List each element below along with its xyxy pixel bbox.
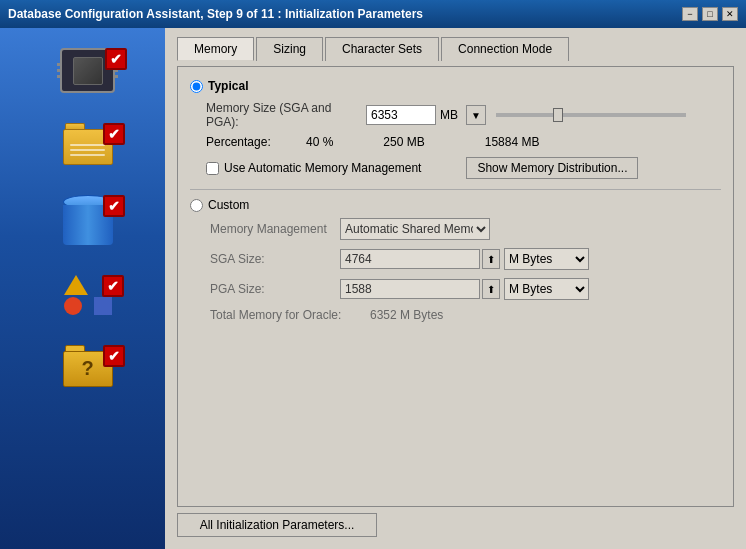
slider-track[interactable] xyxy=(496,113,686,117)
left-panel: ✔ ✔ xyxy=(0,28,165,549)
left-panel-icons: ✔ ✔ xyxy=(0,28,165,407)
sga-spinner[interactable]: ⬆ xyxy=(482,249,500,269)
total-memory-row: Total Memory for Oracle: 6352 M Bytes xyxy=(210,308,721,322)
typical-radio-label[interactable]: Typical xyxy=(190,79,721,93)
folder-lines xyxy=(70,144,105,156)
close-button[interactable]: ✕ xyxy=(722,7,738,21)
percentage-row: Percentage: 40 % 250 MB 15884 MB xyxy=(206,135,721,149)
memory-management-row: Memory Management Automatic Shared Memor… xyxy=(210,218,721,240)
slider-dropdown[interactable]: ▼ xyxy=(466,105,486,125)
pga-unit-select[interactable]: M Bytes xyxy=(504,278,589,300)
window-title: Database Configuration Assistant, Step 9… xyxy=(8,7,423,21)
pga-size-row: PGA Size: ⬆ M Bytes xyxy=(210,278,721,300)
maximize-button[interactable]: □ xyxy=(702,7,718,21)
window-controls: − □ ✕ xyxy=(682,7,738,21)
icon-item-cylinder: ✔ xyxy=(63,195,113,245)
folder2-question: ? xyxy=(81,357,93,380)
section-divider xyxy=(190,189,721,190)
custom-radio-label[interactable]: Custom xyxy=(190,198,721,212)
show-memory-distribution-button[interactable]: Show Memory Distribution... xyxy=(466,157,638,179)
pga-size-input[interactable] xyxy=(340,279,480,299)
checkmark-badge-3: ✔ xyxy=(103,195,125,217)
pga-spinner[interactable]: ⬆ xyxy=(482,279,500,299)
title-bar: Database Configuration Assistant, Step 9… xyxy=(0,0,746,28)
typical-radio[interactable] xyxy=(190,80,203,93)
icon-item-chip: ✔ xyxy=(60,48,115,93)
all-init-params-button[interactable]: All Initialization Parameters... xyxy=(177,513,377,537)
sga-size-label: SGA Size: xyxy=(210,252,340,266)
slider-row: ▼ xyxy=(466,105,686,125)
checkmark-badge-4: ✔ xyxy=(102,275,124,297)
total-memory-value: 6352 M Bytes xyxy=(370,308,443,322)
slider-thumb[interactable] xyxy=(553,108,563,122)
sga-size-input[interactable] xyxy=(340,249,480,269)
square-shape xyxy=(94,297,112,315)
icon-item-folder-question: ? ✔ xyxy=(63,345,113,387)
icon-item-folder: ✔ xyxy=(63,123,113,165)
checkmark-badge-1: ✔ xyxy=(105,48,127,70)
main-window: ✔ ✔ xyxy=(0,28,746,549)
auto-memory-checkbox[interactable] xyxy=(206,162,219,175)
folder-line xyxy=(70,149,105,151)
percentage-max: 15884 MB xyxy=(485,135,540,149)
chip-leg xyxy=(57,63,62,66)
auto-memory-label: Use Automatic Memory Management xyxy=(224,161,421,175)
bottom-area: All Initialization Parameters... xyxy=(177,507,734,541)
memory-size-label: Memory Size (SGA and PGA): xyxy=(206,101,366,129)
icon-item-shapes: ✔ xyxy=(64,275,112,315)
pga-size-label: PGA Size: xyxy=(210,282,340,296)
checkmark-badge-5: ✔ xyxy=(103,345,125,367)
typical-radio-group: Typical Memory Size (SGA and PGA): MB ▼ xyxy=(190,79,721,179)
memory-size-row: Memory Size (SGA and PGA): MB ▼ xyxy=(206,101,721,129)
chip-leg xyxy=(113,75,118,78)
tab-character-sets[interactable]: Character Sets xyxy=(325,37,439,61)
chip-leg xyxy=(57,75,62,78)
auto-memory-row: Use Automatic Memory Management Show Mem… xyxy=(206,157,721,179)
percentage-label: Percentage: xyxy=(206,135,306,149)
memory-management-label: Memory Management xyxy=(210,222,340,236)
right-content: Memory Sizing Character Sets Connection … xyxy=(165,28,746,549)
custom-radio[interactable] xyxy=(190,199,203,212)
sga-size-row: SGA Size: ⬆ M Bytes xyxy=(210,248,721,270)
folder-line xyxy=(70,154,105,156)
percentage-mid: 250 MB xyxy=(383,135,424,149)
minimize-button[interactable]: − xyxy=(682,7,698,21)
chip-inner xyxy=(73,57,103,85)
percentage-value: 40 % xyxy=(306,135,333,149)
sga-unit-select[interactable]: M Bytes xyxy=(504,248,589,270)
chip-leg xyxy=(57,69,62,72)
triangle-shape xyxy=(64,275,88,295)
content-panel: Typical Memory Size (SGA and PGA): MB ▼ xyxy=(177,66,734,507)
memory-size-input[interactable] xyxy=(366,105,436,125)
tab-connection-mode[interactable]: Connection Mode xyxy=(441,37,569,61)
total-memory-label: Total Memory for Oracle: xyxy=(210,308,370,322)
checkmark-badge-2: ✔ xyxy=(103,123,125,145)
custom-radio-group: Custom Memory Management Automatic Share… xyxy=(190,198,721,322)
tabs-row: Memory Sizing Character Sets Connection … xyxy=(177,36,734,60)
chip-legs-left xyxy=(57,63,62,78)
tab-memory[interactable]: Memory xyxy=(177,37,254,61)
folder-line xyxy=(70,144,105,146)
circle-shape xyxy=(64,297,82,315)
memory-management-select[interactable]: Automatic Shared Memory Management xyxy=(340,218,490,240)
memory-unit-label: MB xyxy=(440,108,458,122)
tab-sizing[interactable]: Sizing xyxy=(256,37,323,61)
